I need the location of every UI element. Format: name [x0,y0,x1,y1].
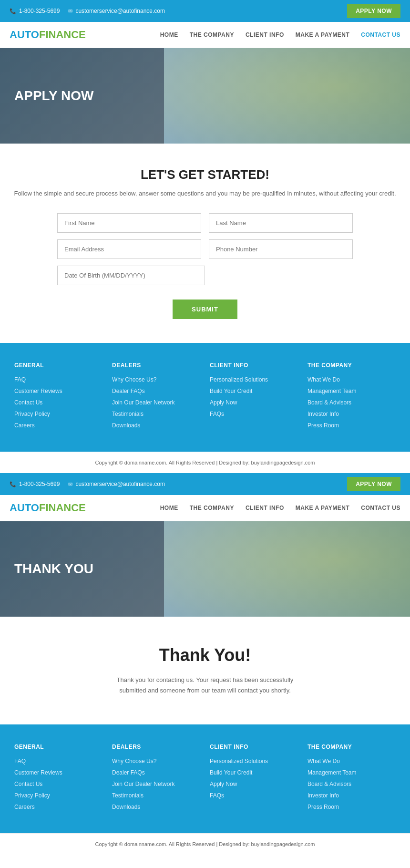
footer-link-why[interactable]: Why Choose Us? [112,375,200,384]
apply-now-button-top-2[interactable]: APPLY NOW [347,477,400,491]
footer-link-faqs-2[interactable]: FAQs [210,791,298,800]
apply-now-button-top[interactable]: APPLY NOW [347,4,400,18]
footer-col-general: GENERAL FAQ Customer Reviews Contact Us … [14,362,102,433]
nav-payment-2[interactable]: MAKE A PAYMENT [296,505,349,511]
footer-link-faq-2[interactable]: FAQ [14,757,102,765]
email-input[interactable] [57,239,201,259]
footer-link-testimonials-2[interactable]: Testimonials [112,791,200,800]
form-section: LET'S GET STARTED! Follow the simple and… [0,144,410,343]
footer-link-reviews[interactable]: Customer Reviews [14,387,102,395]
nav-home[interactable]: HOME [160,31,178,38]
logo-finance: FINANCE [39,29,86,41]
first-name-input[interactable] [57,213,201,233]
hero-1: APPLY NOW [0,48,410,144]
footer-link-investor[interactable]: Investor Info [308,410,396,418]
copyright-1: Copyright © domainname.com. All Rights R… [0,452,410,473]
footer-link-testimonials[interactable]: Testimonials [112,410,200,418]
submit-wrapper: SUBMIT [57,292,353,319]
logo-auto-2: AUTO [10,502,39,514]
footer-link-board-2[interactable]: Board & Advisors [308,780,396,788]
copyright-text-2: Copyright © domainname.com. All Rights R… [95,841,315,847]
phone-item: 1-800-325-5699 [10,8,60,14]
navbar-2: AUTO FINANCE HOME THE COMPANY CLIENT INF… [0,495,410,521]
form-grid: SUBMIT [57,213,353,319]
footer-col-title-company-2: THE COMPANY [308,744,396,750]
nav-payment[interactable]: MAKE A PAYMENT [296,31,349,38]
hero-bg [164,48,410,144]
hero-title-1: APPLY NOW [14,88,93,103]
footer-link-privacy-2[interactable]: Privacy Policy [14,791,102,800]
footer-1: GENERAL FAQ Customer Reviews Contact Us … [0,343,410,452]
email-address: customerservice@autofinance.com [75,8,165,14]
footer-link-dealer-network-2[interactable]: Join Our Dealer Network [112,780,200,788]
footer-link-mgmt-2[interactable]: Management Team [308,768,396,777]
footer-col-title-client-2: CLIENT INFO [210,744,298,750]
nav-company-2[interactable]: THE COMPANY [190,505,234,511]
footer-link-press-2[interactable]: Press Room [308,803,396,811]
phone-number-2: 1-800-325-5699 [19,481,60,487]
footer-link-solutions[interactable]: Personalized Solutions [210,375,298,384]
footer-link-what-2[interactable]: What We Do [308,757,396,765]
footer-link-solutions-2[interactable]: Personalized Solutions [210,757,298,765]
footer-link-credit[interactable]: Build Your Credit [210,387,298,395]
top-bar-1: 1-800-325-5699 customerservice@autofinan… [0,0,410,22]
footer-link-dealer-faqs-2[interactable]: Dealer FAQs [112,768,200,777]
email-icon-2 [68,481,72,487]
last-name-input[interactable] [209,213,353,233]
footer-link-faq[interactable]: FAQ [14,375,102,384]
footer-link-mgmt[interactable]: Management Team [308,387,396,395]
logo-finance-2: FINANCE [39,502,86,514]
footer-link-why-2[interactable]: Why Choose Us? [112,757,200,765]
footer-link-downloads[interactable]: Downloads [112,421,200,430]
footer-link-credit-2[interactable]: Build Your Credit [210,768,298,777]
email-item-2: customerservice@autofinance.com [68,481,165,487]
form-row-1 [57,213,353,233]
footer-link-apply-2[interactable]: Apply Now [210,780,298,788]
footer-link-dealer-faqs[interactable]: Dealer FAQs [112,387,200,395]
email-icon [68,8,72,14]
nav-contact[interactable]: CONTACT US [361,31,400,38]
footer-link-reviews-2[interactable]: Customer Reviews [14,768,102,777]
logo-auto: AUTO [10,29,39,41]
thank-you-text: Thank you for contacting us. Your reques… [110,675,300,696]
nav-home-2[interactable]: HOME [160,505,178,511]
footer-link-contact[interactable]: Contact Us [14,398,102,407]
footer-grid-1: GENERAL FAQ Customer Reviews Contact Us … [14,362,396,433]
footer-link-investor-2[interactable]: Investor Info [308,791,396,800]
footer-link-press[interactable]: Press Room [308,421,396,430]
phone-icon-2 [10,481,16,487]
phone-item-2: 1-800-325-5699 [10,481,60,487]
footer-link-downloads-2[interactable]: Downloads [112,803,200,811]
footer-link-what[interactable]: What We Do [308,375,396,384]
top-bar-contacts-2: 1-800-325-5699 customerservice@autofinan… [10,481,165,487]
form-subtitle: Follow the simple and secure process bel… [10,189,400,199]
phone-input[interactable] [209,239,353,259]
footer-col-title-general: GENERAL [14,362,102,369]
footer-link-faqs[interactable]: FAQs [210,410,298,418]
footer-link-dealer-network[interactable]: Join Our Dealer Network [112,398,200,407]
nav-company[interactable]: THE COMPANY [190,31,234,38]
footer-link-apply[interactable]: Apply Now [210,398,298,407]
footer-col-dealers: DEALERS Why Choose Us? Dealer FAQs Join … [112,362,200,433]
footer-col-title-dealers-2: DEALERS [112,744,200,750]
footer-col-client: CLIENT INFO Personalized Solutions Build… [210,362,298,433]
footer-col-company-2: THE COMPANY What We Do Management Team B… [308,744,396,814]
footer-col-general-2: GENERAL FAQ Customer Reviews Contact Us … [14,744,102,814]
footer-col-title-company: THE COMPANY [308,362,396,369]
dob-input[interactable] [57,266,205,285]
footer-link-careers[interactable]: Careers [14,421,102,430]
nav-links-2: HOME THE COMPANY CLIENT INFO MAKE A PAYM… [160,505,400,511]
footer-link-board[interactable]: Board & Advisors [308,398,396,407]
submit-button[interactable]: SUBMIT [173,300,237,319]
phone-number: 1-800-325-5699 [19,8,60,14]
footer-col-client-2: CLIENT INFO Personalized Solutions Build… [210,744,298,814]
form-title: LET'S GET STARTED! [10,167,400,182]
phone-icon [10,8,16,14]
footer-link-contact-2[interactable]: Contact Us [14,780,102,788]
nav-client[interactable]: CLIENT INFO [246,31,284,38]
footer-link-careers-2[interactable]: Careers [14,803,102,811]
nav-client-2[interactable]: CLIENT INFO [246,505,284,511]
nav-contact-2[interactable]: CONTACT US [361,505,400,511]
logo-1: AUTO FINANCE [10,29,86,41]
footer-link-privacy[interactable]: Privacy Policy [14,410,102,418]
